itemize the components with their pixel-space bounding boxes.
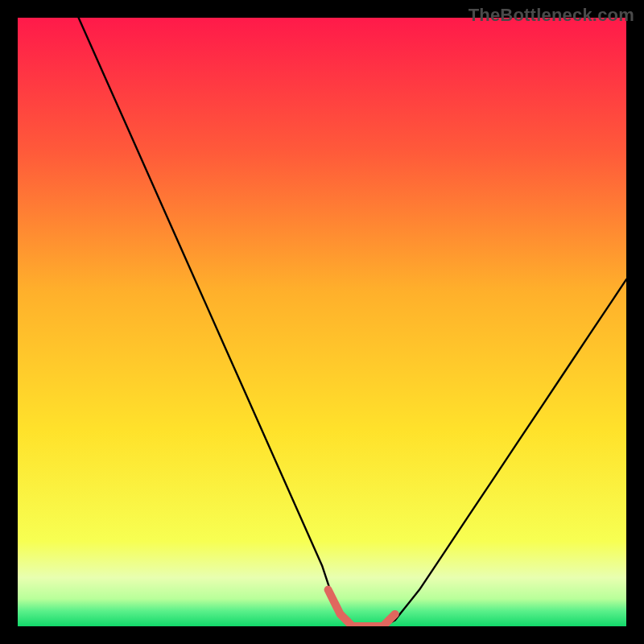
bottleneck-chart — [0, 0, 644, 644]
watermark-text: TheBottleneck.com — [469, 5, 634, 26]
chart-stage: { "watermark": "TheBottleneck.com", "col… — [0, 0, 644, 644]
gradient-field — [18, 18, 626, 626]
